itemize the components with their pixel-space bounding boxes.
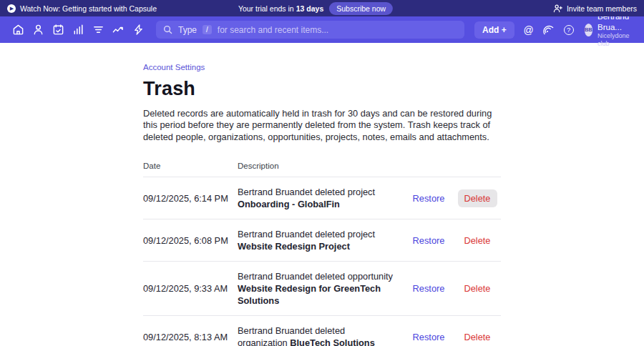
row-date: 09/12/2025, 6:14 PM	[143, 193, 238, 204]
main-content: Account Settings Trash Deleted records a…	[0, 43, 501, 346]
user-identity: Bertrand Brua... Nicelydone club	[597, 11, 634, 47]
row-description: Bertrand Bruandet deleted project Onboar…	[238, 186, 404, 210]
row-date: 09/12/2025, 8:13 AM	[143, 332, 238, 342]
play-icon: ▶	[7, 4, 16, 13]
broadcast-icon[interactable]	[540, 21, 557, 39]
help-icon[interactable]: ?	[560, 21, 577, 39]
watch-now-label: Watch Now: Getting started with Capsule	[20, 4, 157, 13]
deleted-entity-name: Website Redesign Project	[238, 241, 350, 252]
bar-chart-icon[interactable]	[69, 21, 87, 39]
row-description: Bertrand Bruandet deleted project Websit…	[238, 228, 404, 252]
restore-button[interactable]: Restore	[413, 235, 445, 246]
search-input[interactable]: Type / for search and recent items...	[156, 21, 464, 39]
table-row: 09/12/2025, 9:33 AMBertrand Bruandet del…	[143, 262, 501, 316]
watch-now-link[interactable]: ▶ Watch Now: Getting started with Capsul…	[7, 4, 157, 13]
table-row: 09/12/2025, 6:08 PMBertrand Bruandet del…	[143, 219, 501, 262]
row-date: 09/12/2025, 9:33 AM	[143, 283, 238, 294]
delete-button[interactable]: Delete	[458, 328, 497, 346]
page-description: Deleted records are automatically held i…	[143, 108, 501, 143]
home-icon[interactable]	[9, 21, 27, 39]
search-type-label: Type	[178, 25, 197, 35]
person-plus-icon	[553, 4, 562, 13]
trial-status: Your trial ends in13 days Subscribe now	[238, 2, 393, 15]
table-header: Date Description	[143, 159, 501, 177]
add-button[interactable]: Add +	[474, 21, 514, 39]
main-navbar: Type / for search and recent items... Ad…	[0, 16, 644, 43]
delete-button[interactable]: Delete	[458, 189, 497, 207]
invite-team-members-button[interactable]: Invite team members	[553, 4, 637, 13]
column-header-date: Date	[143, 162, 238, 170]
restore-button[interactable]: Restore	[413, 332, 445, 342]
deleted-entity-name: BlueTech Solutions	[290, 337, 375, 346]
row-date: 09/12/2025, 6:08 PM	[143, 235, 238, 246]
table-body: 09/12/2025, 6:14 PMBertrand Bruandet del…	[143, 177, 501, 346]
trend-icon[interactable]	[109, 21, 127, 39]
restore-button[interactable]: Restore	[413, 283, 445, 294]
table-row: 09/12/2025, 6:14 PMBertrand Bruandet del…	[143, 177, 501, 219]
breadcrumb-account-settings[interactable]: Account Settings	[143, 63, 205, 71]
user-menu[interactable]: BB Bertrand Brua... Nicelydone club ▾	[585, 11, 644, 47]
restore-button[interactable]: Restore	[413, 193, 445, 204]
deleted-entity-name: Website Redesign for GreenTech Solutions	[238, 283, 381, 306]
people-icon[interactable]	[29, 21, 47, 39]
column-header-description: Description	[238, 162, 404, 170]
delete-button[interactable]: Delete	[458, 232, 497, 249]
nav-utilities: @ ?	[520, 21, 577, 39]
user-org: Nicelydone club	[597, 32, 634, 48]
calendar-icon[interactable]	[49, 21, 67, 39]
invite-label: Invite team members	[567, 4, 637, 13]
table-row: 09/12/2025, 8:13 AMBertrand Bruandet del…	[143, 316, 501, 346]
row-description: Bertrand Bruandet deleted opportunity We…	[238, 270, 404, 307]
subscribe-now-button[interactable]: Subscribe now	[329, 2, 393, 15]
avatar: BB	[585, 24, 592, 36]
slash-key-badge: /	[203, 25, 212, 34]
pipeline-icon[interactable]	[89, 21, 107, 39]
trial-bar: ▶ Watch Now: Getting started with Capsul…	[0, 0, 644, 16]
lightning-icon[interactable]	[129, 21, 147, 39]
page-title: Trash	[143, 78, 501, 100]
search-placeholder: for search and recent items...	[218, 25, 328, 35]
trial-text: Your trial ends in13 days	[238, 4, 323, 13]
deleted-entity-name: Onboarding - GlobalFin	[238, 199, 340, 209]
search-icon	[163, 25, 172, 34]
trash-table: Date Description 09/12/2025, 6:14 PMBert…	[143, 159, 501, 346]
delete-button[interactable]: Delete	[458, 280, 497, 297]
row-description: Bertrand Bruandet deleted organization B…	[238, 325, 404, 346]
mention-icon[interactable]: @	[520, 21, 537, 39]
